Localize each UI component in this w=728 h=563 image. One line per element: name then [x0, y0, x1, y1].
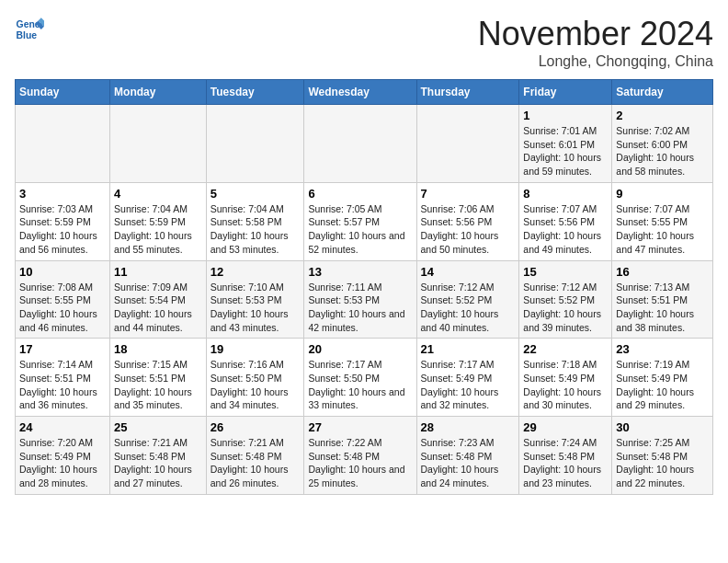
day-info: Sunrise: 7:24 AM Sunset: 5:48 PM Dayligh…	[523, 436, 608, 490]
calendar-cell: 8Sunrise: 7:07 AM Sunset: 5:56 PM Daylig…	[519, 182, 612, 260]
weekday-header: Saturday	[612, 80, 713, 105]
calendar-cell	[416, 105, 519, 183]
day-info: Sunrise: 7:03 AM Sunset: 5:59 PM Dayligh…	[19, 202, 106, 257]
calendar-cell	[304, 105, 416, 183]
weekday-header: Thursday	[416, 80, 519, 105]
day-info: Sunrise: 7:12 AM Sunset: 5:52 PM Dayligh…	[421, 281, 516, 335]
weekday-header: Tuesday	[206, 80, 304, 105]
calendar-cell: 12Sunrise: 7:10 AM Sunset: 5:53 PM Dayli…	[206, 260, 304, 339]
weekday-header: Friday	[519, 80, 612, 105]
day-info: Sunrise: 7:21 AM Sunset: 5:48 PM Dayligh…	[114, 436, 202, 490]
day-info: Sunrise: 7:11 AM Sunset: 5:53 PM Dayligh…	[308, 281, 412, 335]
day-number: 14	[421, 265, 516, 279]
day-number: 8	[523, 187, 608, 201]
weekday-header: Monday	[110, 80, 207, 105]
day-info: Sunrise: 7:14 AM Sunset: 5:51 PM Dayligh…	[19, 358, 106, 412]
day-info: Sunrise: 7:10 AM Sunset: 5:53 PM Dayligh…	[210, 281, 301, 335]
calendar-cell: 16Sunrise: 7:13 AM Sunset: 5:51 PM Dayli…	[612, 260, 713, 339]
day-number: 6	[308, 187, 412, 201]
day-info: Sunrise: 7:07 AM Sunset: 5:56 PM Dayligh…	[523, 202, 608, 257]
day-number: 23	[616, 342, 709, 356]
calendar-cell: 22Sunrise: 7:18 AM Sunset: 5:49 PM Dayli…	[519, 339, 612, 417]
day-info: Sunrise: 7:22 AM Sunset: 5:48 PM Dayligh…	[308, 436, 412, 490]
day-number: 4	[114, 187, 202, 201]
weekday-header-row: SundayMondayTuesdayWednesdayThursdayFrid…	[16, 80, 713, 105]
calendar-cell	[110, 105, 207, 183]
day-info: Sunrise: 7:02 AM Sunset: 6:00 PM Dayligh…	[616, 124, 709, 178]
day-info: Sunrise: 7:21 AM Sunset: 5:48 PM Dayligh…	[210, 436, 301, 490]
calendar-cell: 26Sunrise: 7:21 AM Sunset: 5:48 PM Dayli…	[206, 417, 304, 495]
calendar-cell: 19Sunrise: 7:16 AM Sunset: 5:50 PM Dayli…	[206, 339, 304, 417]
day-info: Sunrise: 7:13 AM Sunset: 5:51 PM Dayligh…	[616, 281, 709, 335]
calendar-cell: 17Sunrise: 7:14 AM Sunset: 5:51 PM Dayli…	[16, 339, 110, 417]
day-number: 9	[616, 187, 709, 201]
calendar-cell: 9Sunrise: 7:07 AM Sunset: 5:55 PM Daylig…	[612, 182, 713, 260]
calendar-cell: 7Sunrise: 7:06 AM Sunset: 5:56 PM Daylig…	[416, 182, 519, 260]
day-number: 2	[616, 109, 709, 122]
day-info: Sunrise: 7:18 AM Sunset: 5:49 PM Dayligh…	[523, 358, 608, 412]
day-number: 13	[308, 265, 412, 279]
calendar-week-row: 1Sunrise: 7:01 AM Sunset: 6:01 PM Daylig…	[16, 105, 713, 183]
calendar-cell: 13Sunrise: 7:11 AM Sunset: 5:53 PM Dayli…	[304, 260, 416, 339]
day-info: Sunrise: 7:08 AM Sunset: 5:55 PM Dayligh…	[19, 281, 106, 335]
calendar-cell: 25Sunrise: 7:21 AM Sunset: 5:48 PM Dayli…	[110, 417, 207, 495]
calendar-cell: 29Sunrise: 7:24 AM Sunset: 5:48 PM Dayli…	[519, 417, 612, 495]
day-info: Sunrise: 7:04 AM Sunset: 5:59 PM Dayligh…	[114, 202, 202, 257]
day-number: 26	[210, 420, 301, 434]
calendar-week-row: 10Sunrise: 7:08 AM Sunset: 5:55 PM Dayli…	[16, 260, 713, 339]
calendar-cell: 27Sunrise: 7:22 AM Sunset: 5:48 PM Dayli…	[304, 417, 416, 495]
title-block: November 2024 Longhe, Chongqing, China	[478, 15, 713, 70]
logo: General Blue	[15, 15, 44, 44]
calendar-cell: 3Sunrise: 7:03 AM Sunset: 5:59 PM Daylig…	[16, 182, 110, 260]
day-number: 30	[616, 420, 709, 434]
weekday-header: Wednesday	[304, 80, 416, 105]
calendar-cell: 2Sunrise: 7:02 AM Sunset: 6:00 PM Daylig…	[612, 105, 713, 183]
day-info: Sunrise: 7:04 AM Sunset: 5:58 PM Dayligh…	[210, 202, 301, 257]
day-info: Sunrise: 7:15 AM Sunset: 5:51 PM Dayligh…	[114, 358, 202, 412]
day-info: Sunrise: 7:17 AM Sunset: 5:49 PM Dayligh…	[421, 358, 516, 412]
day-number: 22	[523, 342, 608, 356]
calendar-cell: 18Sunrise: 7:15 AM Sunset: 5:51 PM Dayli…	[110, 339, 207, 417]
day-info: Sunrise: 7:01 AM Sunset: 6:01 PM Dayligh…	[523, 124, 608, 178]
day-info: Sunrise: 7:05 AM Sunset: 5:57 PM Dayligh…	[308, 202, 412, 257]
svg-text:Blue: Blue	[17, 30, 38, 40]
calendar-cell: 23Sunrise: 7:19 AM Sunset: 5:49 PM Dayli…	[612, 339, 713, 417]
day-number: 29	[523, 420, 608, 434]
calendar-cell: 6Sunrise: 7:05 AM Sunset: 5:57 PM Daylig…	[304, 182, 416, 260]
calendar-cell: 11Sunrise: 7:09 AM Sunset: 5:54 PM Dayli…	[110, 260, 207, 339]
calendar-cell: 20Sunrise: 7:17 AM Sunset: 5:50 PM Dayli…	[304, 339, 416, 417]
calendar-cell: 30Sunrise: 7:25 AM Sunset: 5:48 PM Dayli…	[612, 417, 713, 495]
day-number: 27	[308, 420, 412, 434]
day-info: Sunrise: 7:23 AM Sunset: 5:48 PM Dayligh…	[421, 436, 516, 490]
calendar-week-row: 24Sunrise: 7:20 AM Sunset: 5:49 PM Dayli…	[16, 417, 713, 495]
day-number: 25	[114, 420, 202, 434]
calendar-cell: 28Sunrise: 7:23 AM Sunset: 5:48 PM Dayli…	[416, 417, 519, 495]
day-number: 3	[19, 187, 106, 201]
day-info: Sunrise: 7:12 AM Sunset: 5:52 PM Dayligh…	[523, 281, 608, 335]
weekday-header: Sunday	[16, 80, 110, 105]
calendar-table: SundayMondayTuesdayWednesdayThursdayFrid…	[15, 79, 713, 495]
calendar-cell: 14Sunrise: 7:12 AM Sunset: 5:52 PM Dayli…	[416, 260, 519, 339]
day-info: Sunrise: 7:20 AM Sunset: 5:49 PM Dayligh…	[19, 436, 106, 490]
day-info: Sunrise: 7:19 AM Sunset: 5:49 PM Dayligh…	[616, 358, 709, 412]
day-info: Sunrise: 7:07 AM Sunset: 5:55 PM Dayligh…	[616, 202, 709, 257]
day-number: 1	[523, 109, 608, 122]
day-number: 12	[210, 265, 301, 279]
day-info: Sunrise: 7:25 AM Sunset: 5:48 PM Dayligh…	[616, 436, 709, 490]
day-number: 16	[616, 265, 709, 279]
day-number: 24	[19, 420, 106, 434]
day-info: Sunrise: 7:06 AM Sunset: 5:56 PM Dayligh…	[421, 202, 516, 257]
day-number: 17	[19, 342, 106, 356]
calendar-cell: 15Sunrise: 7:12 AM Sunset: 5:52 PM Dayli…	[519, 260, 612, 339]
day-number: 20	[308, 342, 412, 356]
month-title: November 2024	[478, 15, 713, 53]
calendar-cell: 4Sunrise: 7:04 AM Sunset: 5:59 PM Daylig…	[110, 182, 207, 260]
location-title: Longhe, Chongqing, China	[478, 53, 713, 70]
day-number: 7	[421, 187, 516, 201]
day-info: Sunrise: 7:17 AM Sunset: 5:50 PM Dayligh…	[308, 358, 412, 412]
calendar-week-row: 17Sunrise: 7:14 AM Sunset: 5:51 PM Dayli…	[16, 339, 713, 417]
calendar-cell: 1Sunrise: 7:01 AM Sunset: 6:01 PM Daylig…	[519, 105, 612, 183]
calendar-cell: 10Sunrise: 7:08 AM Sunset: 5:55 PM Dayli…	[16, 260, 110, 339]
calendar-cell: 21Sunrise: 7:17 AM Sunset: 5:49 PM Dayli…	[416, 339, 519, 417]
day-info: Sunrise: 7:09 AM Sunset: 5:54 PM Dayligh…	[114, 281, 202, 335]
